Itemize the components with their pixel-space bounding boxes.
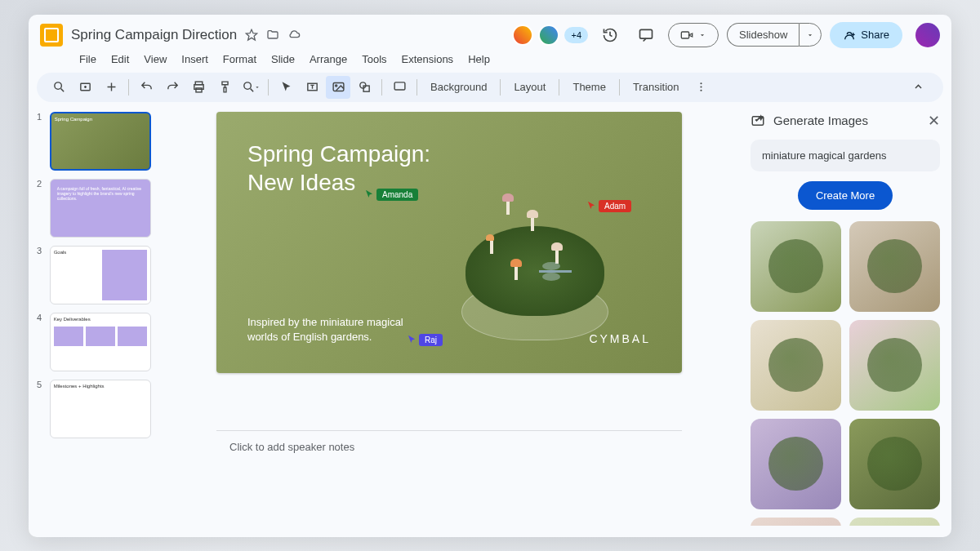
collaborators: +4 [512, 24, 588, 46]
slide-subtitle[interactable]: Inspired by the miniature magicalworlds … [247, 315, 403, 344]
slide-thumbnail[interactable]: Milestones + Highlights [50, 380, 151, 438]
share-button[interactable]: Share [830, 22, 902, 48]
zoom-button[interactable] [238, 76, 263, 99]
generate-icon [751, 113, 765, 128]
more-options-button[interactable] [689, 76, 714, 99]
slideshow-group: Slideshow [727, 23, 822, 47]
title-block: Spring Campaign Direction [71, 27, 301, 43]
collaborator-cursor: Raj [406, 334, 443, 346]
slide-thumbnail[interactable]: Goals [50, 246, 151, 304]
theme-button[interactable]: Theme [564, 78, 613, 96]
transition-button[interactable]: Transition [625, 78, 688, 96]
generated-image[interactable] [751, 320, 841, 411]
menu-format[interactable]: Format [216, 51, 263, 68]
svg-rect-12 [363, 86, 369, 91]
layout-button[interactable]: Layout [506, 78, 554, 96]
meet-button[interactable] [668, 23, 719, 47]
slideshow-button[interactable]: Slideshow [727, 23, 799, 47]
svg-point-2 [54, 82, 61, 90]
comment-tool[interactable] [387, 76, 412, 99]
svg-point-14 [700, 82, 702, 84]
paint-format-button[interactable] [212, 76, 237, 99]
undo-button[interactable] [134, 76, 158, 99]
menu-bar: File Edit View Insert Format Slide Arran… [29, 51, 951, 73]
create-more-button[interactable]: Create More [798, 181, 893, 210]
background-button[interactable]: Background [422, 78, 495, 96]
redo-button[interactable] [160, 76, 185, 99]
slide-thumbnail[interactable]: Key Deliverables [50, 313, 151, 371]
slide-thumbnails: 1Spring Campaign 2A campaign full of fre… [29, 109, 159, 537]
history-button[interactable] [596, 21, 624, 49]
new-slide-button[interactable] [73, 76, 97, 99]
collaborator-avatar[interactable] [538, 24, 559, 46]
menu-tools[interactable]: Tools [355, 51, 393, 68]
thumb-number: 1 [37, 112, 45, 171]
svg-rect-0 [640, 29, 653, 38]
generated-image[interactable] [849, 518, 940, 526]
document-title[interactable]: Spring Campaign Direction [71, 27, 237, 43]
generated-image[interactable] [849, 320, 940, 411]
account-avatar[interactable] [915, 23, 940, 47]
slideshow-dropdown[interactable] [799, 23, 822, 47]
textbox-tool[interactable] [300, 76, 324, 99]
select-tool[interactable] [274, 76, 298, 99]
image-tool[interactable] [326, 76, 350, 99]
add-button[interactable] [99, 76, 123, 99]
collaborator-avatar[interactable] [512, 24, 533, 46]
generate-images-panel: Generate Images ✕ Create More [739, 109, 951, 537]
generated-image-grid [751, 221, 940, 526]
menu-edit[interactable]: Edit [105, 51, 136, 68]
slide-image[interactable] [421, 161, 649, 349]
generated-image[interactable] [751, 221, 841, 312]
slide-canvas[interactable]: Spring Campaign:New Ideas Inspired by th… [216, 112, 682, 373]
slide-thumbnail[interactable]: A campaign full of fresh, fantastical, A… [50, 179, 151, 238]
app-window: Spring Campaign Direction +4 Slideshow S… [29, 15, 951, 537]
thumb-number: 4 [37, 313, 45, 371]
menu-extensions[interactable]: Extensions [395, 51, 461, 68]
menu-arrange[interactable]: Arrange [303, 51, 354, 68]
generated-image[interactable] [849, 419, 940, 509]
more-collaborators-badge[interactable]: +4 [564, 27, 588, 43]
move-folder-icon[interactable] [266, 29, 279, 42]
thumb-number: 5 [37, 380, 45, 438]
comments-button[interactable] [632, 21, 660, 49]
thumb-number: 3 [37, 246, 45, 304]
search-button[interactable] [47, 76, 71, 99]
title-bar: Spring Campaign Direction +4 Slideshow S… [29, 15, 951, 51]
svg-point-15 [700, 86, 702, 87]
panel-title: Generate Images [773, 113, 920, 127]
toolbar: Background Layout Theme Transition [37, 73, 943, 102]
svg-point-7 [243, 82, 251, 90]
generated-image[interactable] [751, 419, 841, 509]
prompt-input[interactable] [751, 140, 940, 171]
menu-file[interactable]: File [73, 51, 103, 68]
menu-slide[interactable]: Slide [265, 51, 301, 68]
collaborator-cursor: Amanda [363, 189, 418, 201]
slide-thumbnail[interactable]: Spring Campaign [50, 112, 151, 171]
generated-image[interactable] [751, 518, 841, 526]
menu-insert[interactable]: Insert [175, 51, 215, 68]
close-panel-button[interactable]: ✕ [928, 112, 940, 130]
workspace: 1Spring Campaign 2A campaign full of fre… [29, 109, 951, 537]
speaker-notes[interactable]: Click to add speaker notes [216, 430, 682, 463]
collaborator-cursor: Adam [586, 200, 631, 212]
menu-help[interactable]: Help [461, 51, 497, 68]
star-icon[interactable] [245, 29, 258, 42]
generated-image[interactable] [849, 221, 940, 312]
svg-rect-13 [394, 82, 405, 90]
thumb-number: 2 [37, 179, 45, 238]
svg-point-10 [335, 85, 336, 87]
slides-logo-icon[interactable] [40, 24, 63, 47]
cloud-saved-icon[interactable] [287, 29, 301, 42]
menu-view[interactable]: View [137, 51, 173, 68]
collapse-toolbar-button[interactable] [906, 76, 930, 99]
print-button[interactable] [186, 76, 211, 99]
shape-tool[interactable] [352, 76, 376, 99]
canvas-area: Spring Campaign:New Ideas Inspired by th… [159, 109, 739, 537]
svg-point-16 [700, 90, 702, 91]
